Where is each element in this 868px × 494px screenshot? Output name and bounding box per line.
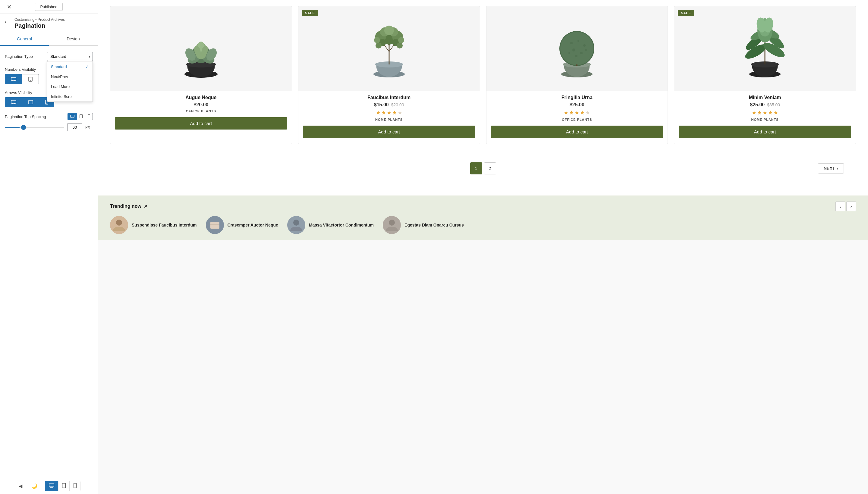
price-current-2: $15.00 xyxy=(374,102,389,108)
svg-point-52 xyxy=(375,42,382,49)
trending-header: Trending now ↗ ‹ › xyxy=(110,202,856,211)
price-row-1: $20.00 xyxy=(193,102,208,108)
dropdown-item-infinitescroll[interactable]: Infinite Scroll xyxy=(47,92,93,101)
price-current-3: $25.00 xyxy=(570,102,585,108)
close-button[interactable]: ✕ xyxy=(5,3,13,11)
svg-rect-23 xyxy=(62,483,66,488)
trending-item-name-1: Suspendisse Faucibus Interdum xyxy=(132,222,197,228)
category-4: HOME PLANTS xyxy=(751,118,779,121)
tab-general[interactable]: General xyxy=(0,33,49,46)
svg-point-83 xyxy=(116,220,122,226)
pagination-top-spacing-label: Pagination Top Spacing xyxy=(5,114,47,119)
trending-thumb-4 xyxy=(383,216,401,234)
trending-text-1: Suspendisse Faucibus Interdum xyxy=(132,222,197,228)
trending-next-button[interactable]: › xyxy=(846,202,856,211)
pagination: 1 2 NEXT › xyxy=(110,156,856,184)
svg-rect-10 xyxy=(29,100,33,104)
svg-point-64 xyxy=(580,52,583,54)
svg-point-18 xyxy=(89,117,89,117)
price-row-4: $25.00 $35.00 xyxy=(750,102,780,108)
dropdown-item-loadmore[interactable]: Load More xyxy=(47,82,93,92)
add-to-cart-1[interactable]: Add to cart xyxy=(115,117,287,130)
svg-point-88 xyxy=(293,220,299,226)
trending-item-2: Crasemper Auctor Neque xyxy=(206,216,278,234)
page-1-button[interactable]: 1 xyxy=(470,163,482,174)
device-buttons xyxy=(45,481,80,491)
next-page-button[interactable]: NEXT › xyxy=(818,163,844,173)
spacing-slider[interactable] xyxy=(5,127,64,128)
bottom-bar: ◀ 🌙 xyxy=(0,478,98,494)
price-row-2: $15.00 $20.00 xyxy=(374,102,404,108)
price-row-3: $25.00 xyxy=(570,102,585,108)
tab-design[interactable]: Design xyxy=(49,33,98,46)
trending-text-3: Massa Vitaetortor Condimentum xyxy=(309,222,374,228)
category-1: OFFICE PLANTS xyxy=(186,109,216,113)
pagination-type-select[interactable]: Standard xyxy=(47,52,93,61)
svg-point-12 xyxy=(47,103,47,104)
trending-title: Trending now ↗ xyxy=(110,204,147,209)
stars-2: ★ ★ ★ ★ ★ xyxy=(376,109,402,116)
arrows-desktop-btn[interactable] xyxy=(5,97,22,107)
svg-rect-13 xyxy=(71,115,74,117)
main-content: Augue Neque $20.00 OFFICE PLANTS Add to … xyxy=(98,0,868,494)
pagination-type-label: Pagination Type xyxy=(5,54,47,59)
product-name-3: Fringilla Urna xyxy=(561,95,593,100)
spacing-desktop-btn[interactable] xyxy=(68,113,77,120)
trending-text-4: Egestas Diam Onarcu Cursus xyxy=(404,222,464,228)
product-image-3 xyxy=(486,6,668,91)
trending-thumb-2 xyxy=(206,216,224,234)
stars-4: ★ ★ ★ ★ ★ xyxy=(752,109,778,116)
pagination-type-dropdown: Standard ✓ Next/Prev Load More Infinite … xyxy=(47,61,93,102)
trending-item-name-4: Egestas Diam Onarcu Cursus xyxy=(404,222,464,228)
arrow-left-button[interactable]: ◀ xyxy=(17,481,24,491)
arrows-tablet-btn[interactable] xyxy=(22,97,39,107)
pagination-type-select-wrapper: Standard ▾ Standard ✓ Next/Prev Load Mor… xyxy=(47,52,93,61)
moon-button[interactable]: 🌙 xyxy=(30,481,39,491)
trending-text-2: Crasemper Auctor Neque xyxy=(227,222,278,228)
trending-item-4: Egestas Diam Onarcu Cursus xyxy=(383,216,464,234)
back-button[interactable]: ‹ xyxy=(5,19,7,25)
sale-badge-2: SALE xyxy=(302,10,318,16)
bottom-tablet-btn[interactable] xyxy=(58,481,70,491)
sidebar-body: Pagination Type Standard ▾ Standard ✓ Ne… xyxy=(0,46,98,478)
price-current-4: $25.00 xyxy=(750,102,764,108)
spacing-tablet-btn[interactable] xyxy=(77,113,85,120)
svg-point-63 xyxy=(572,49,575,52)
published-button[interactable]: Published xyxy=(35,3,62,11)
page-title: Pagination xyxy=(0,22,98,33)
trending-nav: ‹ › xyxy=(835,202,856,211)
numbers-desktop-btn[interactable] xyxy=(5,74,22,84)
bottom-desktop-btn[interactable] xyxy=(45,481,58,491)
chevron-right-icon: › xyxy=(837,166,838,171)
spacing-mobile-btn[interactable] xyxy=(85,113,93,120)
product-card-3: Fringilla Urna $25.00 ★ ★ ★ ★ ★ OFFICE P… xyxy=(486,6,668,144)
dropdown-item-standard[interactable]: Standard ✓ xyxy=(47,61,93,72)
page-2-button[interactable]: 2 xyxy=(484,163,496,174)
trending-items: Suspendisse Faucibus Interdum Crasemper … xyxy=(110,216,856,234)
price-old-2: $20.00 xyxy=(391,102,404,107)
product-grid-section: Augue Neque $20.00 OFFICE PLANTS Add to … xyxy=(98,0,868,195)
trending-prev-button[interactable]: ‹ xyxy=(835,202,845,211)
svg-rect-6 xyxy=(11,100,16,103)
add-to-cart-2[interactable]: Add to cart xyxy=(303,126,475,138)
numbers-tablet-btn[interactable] xyxy=(22,74,39,84)
breadcrumb: Customizing • Product Archives xyxy=(0,14,98,22)
add-to-cart-4[interactable]: Add to cart xyxy=(679,126,851,138)
svg-point-61 xyxy=(577,40,579,42)
svg-point-65 xyxy=(568,52,570,54)
spacing-value-input[interactable]: 60 xyxy=(67,123,82,131)
svg-point-5 xyxy=(30,80,31,81)
price-old-4: $35.00 xyxy=(767,102,780,107)
product-name-2: Faucibus Interdum xyxy=(367,95,410,100)
product-image-4: SALE xyxy=(674,6,856,91)
slider-row: 60 PX xyxy=(5,123,93,131)
product-name-1: Augue Neque xyxy=(185,95,216,100)
add-to-cart-3[interactable]: Add to cart xyxy=(491,126,663,138)
trending-item-3: Massa Vitaetortor Condimentum xyxy=(287,216,374,234)
svg-point-55 xyxy=(398,37,404,43)
dropdown-item-nextprev[interactable]: Next/Prev xyxy=(47,72,93,82)
trending-thumb-1 xyxy=(110,216,128,234)
spacing-label-row: Pagination Top Spacing xyxy=(5,113,93,120)
bottom-mobile-btn[interactable] xyxy=(70,481,80,491)
product-image-2: SALE xyxy=(298,6,480,91)
